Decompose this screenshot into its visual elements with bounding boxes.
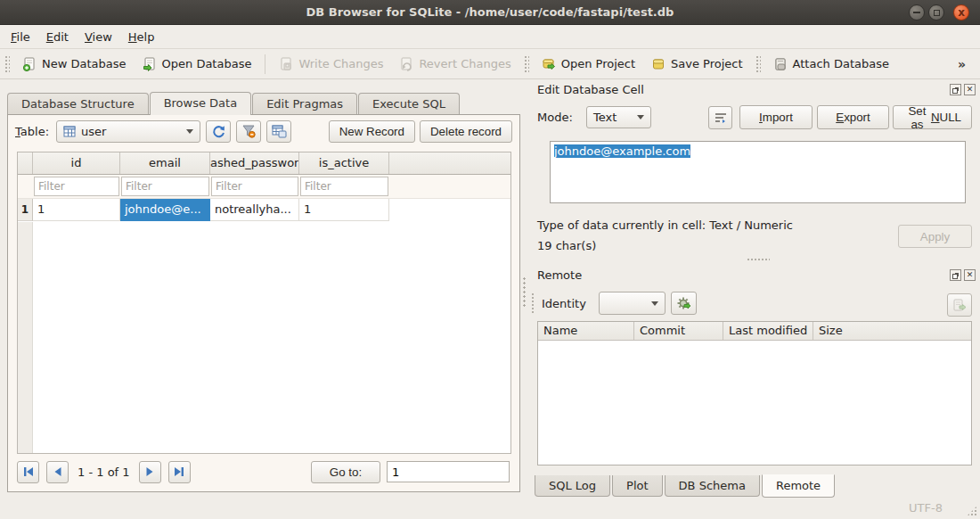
previous-page-button[interactable] bbox=[46, 461, 69, 483]
row-header-gutter bbox=[18, 222, 33, 453]
first-page-icon bbox=[22, 465, 35, 478]
close-button[interactable]: x bbox=[953, 4, 969, 21]
attach-database-button[interactable]: Attach Database bbox=[765, 53, 897, 76]
last-page-icon bbox=[173, 465, 185, 478]
resize-grip[interactable] bbox=[967, 506, 977, 516]
open-project-icon bbox=[542, 57, 556, 71]
tab-plot[interactable]: Plot bbox=[612, 475, 663, 497]
filter-cell bbox=[210, 177, 299, 196]
toolbar-overflow-button[interactable]: » bbox=[958, 57, 966, 71]
grid-filter-row bbox=[18, 175, 510, 199]
edit-cell-dock-title: Edit Database Cell bbox=[537, 83, 644, 96]
remote-column-commit[interactable]: Commit bbox=[634, 322, 723, 340]
remote-table: Name Commit Last modified Size bbox=[537, 321, 972, 465]
table-toolbar: Table: user bbox=[15, 119, 512, 143]
save-project-button[interactable]: Save Project bbox=[643, 53, 751, 76]
column-header-hashed-password[interactable]: ashed_passwor bbox=[210, 152, 299, 174]
clear-filter-icon bbox=[241, 124, 256, 138]
write-changes-icon bbox=[279, 57, 293, 71]
new-record-button[interactable]: New Record bbox=[329, 120, 415, 143]
table-select[interactable]: user bbox=[56, 120, 200, 143]
refresh-button[interactable] bbox=[206, 120, 231, 143]
mode-label: Mode: bbox=[537, 111, 573, 124]
gear-icon bbox=[676, 296, 691, 311]
cell-email-selected[interactable]: johndoe@e... bbox=[120, 199, 210, 221]
column-header-is-active[interactable]: is_active bbox=[299, 152, 389, 174]
minimize-button[interactable] bbox=[909, 4, 925, 21]
remote-column-size[interactable]: Size bbox=[813, 322, 971, 340]
column-header-email[interactable]: email bbox=[120, 152, 210, 174]
first-page-button[interactable] bbox=[17, 461, 39, 483]
remote-column-last-modified[interactable]: Last modified bbox=[723, 322, 813, 340]
menu-view[interactable]: View bbox=[77, 28, 120, 46]
cell-editor[interactable]: johndoe@example.com bbox=[550, 141, 966, 203]
cell-is-active[interactable]: 1 bbox=[299, 199, 389, 221]
tab-execute-sql[interactable]: Execute SQL bbox=[358, 93, 460, 115]
toolbar-drag-handle[interactable] bbox=[524, 55, 529, 73]
goto-input[interactable] bbox=[387, 461, 510, 482]
previous-page-icon bbox=[52, 465, 64, 478]
cell-id[interactable]: 1 bbox=[33, 199, 120, 221]
dock-close-button[interactable]: ✕ bbox=[964, 269, 976, 281]
next-page-icon bbox=[143, 465, 156, 478]
statusbar: UTF-8 bbox=[0, 498, 980, 519]
menu-file[interactable]: File bbox=[3, 28, 38, 46]
toolbar-separator bbox=[265, 54, 265, 74]
save-results-button[interactable] bbox=[266, 120, 291, 143]
open-database-button[interactable]: Open Database bbox=[135, 53, 260, 76]
toolbar-drag-handle[interactable] bbox=[4, 55, 10, 73]
row-number[interactable]: 1 bbox=[18, 199, 33, 221]
cell-hashed-password[interactable]: notreallyha... bbox=[210, 199, 299, 221]
panel-splitter[interactable] bbox=[522, 276, 527, 309]
import-button[interactable]: Import bbox=[739, 105, 813, 129]
remote-dock-buttons: ✕ bbox=[950, 269, 976, 281]
word-wrap-button[interactable] bbox=[708, 106, 732, 129]
menu-edit[interactable]: Edit bbox=[38, 28, 77, 46]
filter-input-id[interactable] bbox=[34, 177, 119, 196]
browse-data-panel: Table: user bbox=[7, 114, 520, 492]
dock-float-button[interactable] bbox=[950, 84, 961, 95]
new-database-label: New Database bbox=[42, 57, 127, 70]
tab-database-structure[interactable]: Database Structure bbox=[7, 93, 149, 115]
identity-settings-button[interactable] bbox=[671, 292, 697, 315]
dock-close-button[interactable]: ✕ bbox=[964, 84, 976, 95]
next-page-button[interactable] bbox=[139, 461, 161, 483]
remote-column-name[interactable]: Name bbox=[538, 322, 634, 340]
export-button[interactable]: Export bbox=[817, 105, 889, 129]
mode-select-value: Text bbox=[593, 111, 617, 124]
tab-browse-data[interactable]: Browse Data bbox=[150, 92, 252, 115]
dock-splitter-handle[interactable] bbox=[747, 258, 770, 261]
toolbar: New Database Open Database Write Changes… bbox=[0, 49, 980, 79]
tab-db-schema[interactable]: DB Schema bbox=[665, 475, 760, 497]
cell-char-count: 19 char(s) bbox=[537, 239, 596, 252]
dock-float-icon bbox=[952, 88, 958, 94]
mode-select[interactable]: Text bbox=[586, 106, 651, 128]
bottom-tab-bar: SQL Log Plot DB Schema Remote bbox=[535, 475, 837, 498]
set-as-null-button[interactable]: Set as NULL bbox=[893, 105, 972, 129]
open-project-button[interactable]: Open Project bbox=[534, 53, 643, 76]
identity-select[interactable] bbox=[599, 292, 666, 315]
identity-toolbar-handle[interactable] bbox=[531, 292, 535, 315]
filter-input-is-active[interactable] bbox=[300, 177, 388, 196]
tab-remote[interactable]: Remote bbox=[762, 474, 835, 498]
last-page-button[interactable] bbox=[168, 461, 191, 483]
record-range-label: 1 - 1 of 1 bbox=[78, 465, 130, 479]
chevron-down-icon bbox=[651, 301, 658, 306]
maximize-button[interactable] bbox=[928, 4, 944, 21]
close-icon: x bbox=[958, 7, 965, 18]
column-header-id[interactable]: id bbox=[33, 152, 120, 174]
encoding-label[interactable]: UTF-8 bbox=[909, 501, 943, 515]
dock-float-button[interactable] bbox=[950, 269, 961, 281]
pagination-bar: 1 - 1 of 1 Go to: bbox=[17, 460, 510, 483]
clear-filters-button[interactable] bbox=[236, 120, 261, 143]
tab-sql-log[interactable]: SQL Log bbox=[535, 475, 610, 497]
goto-button[interactable]: Go to: bbox=[311, 461, 380, 483]
table-select-value: user bbox=[81, 125, 106, 138]
new-database-button[interactable]: New Database bbox=[14, 53, 135, 76]
delete-record-button[interactable]: Delete record bbox=[420, 120, 512, 143]
toolbar-drag-handle[interactable] bbox=[755, 55, 761, 73]
tab-edit-pragmas[interactable]: Edit Pragmas bbox=[252, 93, 357, 115]
menu-help[interactable]: Help bbox=[120, 28, 163, 46]
filter-input-email[interactable] bbox=[121, 177, 209, 196]
filter-input-hashed-password[interactable] bbox=[211, 177, 298, 196]
